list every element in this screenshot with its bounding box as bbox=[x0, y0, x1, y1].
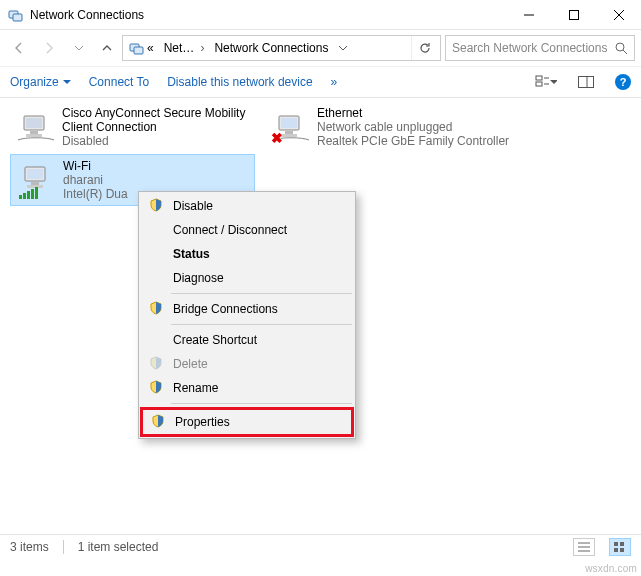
svg-rect-1 bbox=[13, 14, 22, 21]
connection-status: Disabled bbox=[62, 134, 249, 148]
svg-rect-17 bbox=[26, 118, 42, 128]
svg-rect-31 bbox=[614, 542, 618, 546]
organize-label: Organize bbox=[10, 75, 59, 89]
adapter-icon bbox=[16, 106, 56, 146]
connect-to-button[interactable]: Connect To bbox=[89, 75, 150, 89]
connection-ethernet[interactable]: ✖ Ethernet Network cable unplugged Realt… bbox=[265, 102, 535, 152]
menu-bridge[interactable]: Bridge Connections bbox=[141, 297, 353, 321]
svg-rect-7 bbox=[134, 47, 143, 54]
breadcrumb-seg-current[interactable]: Network Connections bbox=[210, 37, 332, 59]
menu-disable[interactable]: Disable bbox=[141, 194, 353, 218]
connection-device: Realtek PCIe GbE Family Controller bbox=[317, 134, 509, 148]
more-commands-button[interactable]: » bbox=[331, 75, 338, 89]
shield-icon bbox=[149, 301, 163, 315]
wifi-signal-icon bbox=[19, 187, 38, 199]
recent-dropdown[interactable] bbox=[66, 35, 92, 61]
disable-device-button[interactable]: Disable this network device bbox=[167, 75, 312, 89]
breadcrumb-current-label: Network Connections bbox=[214, 41, 328, 55]
status-divider bbox=[63, 540, 64, 554]
breadcrumb-dropdown[interactable] bbox=[334, 43, 352, 53]
connection-name: Wi-Fi bbox=[63, 159, 128, 173]
menu-label: Connect / Disconnect bbox=[173, 223, 287, 237]
svg-rect-3 bbox=[569, 10, 578, 19]
menu-separator bbox=[171, 324, 352, 325]
menu-delete: Delete bbox=[141, 352, 353, 376]
shield-icon bbox=[149, 198, 163, 212]
command-bar: Organize Connect To Disable this network… bbox=[0, 66, 641, 98]
app-icon bbox=[8, 7, 24, 23]
maximize-button[interactable] bbox=[551, 0, 596, 30]
svg-rect-14 bbox=[579, 77, 594, 88]
minimize-button[interactable] bbox=[506, 0, 551, 30]
organize-menu[interactable]: Organize bbox=[10, 75, 71, 89]
menu-separator bbox=[171, 403, 352, 404]
breadcrumb-seg-root[interactable]: Net…› bbox=[160, 37, 209, 59]
menu-create-shortcut[interactable]: Create Shortcut bbox=[141, 328, 353, 352]
svg-rect-18 bbox=[30, 131, 38, 134]
title-bar: Network Connections bbox=[0, 0, 641, 30]
address-bar: « Net…› Network Connections Search Netwo… bbox=[0, 30, 641, 66]
svg-rect-32 bbox=[620, 542, 624, 546]
svg-rect-22 bbox=[285, 131, 293, 134]
highlighted-menu-item: Properties bbox=[140, 407, 354, 437]
window-title: Network Connections bbox=[30, 8, 506, 22]
breadcrumb[interactable]: « Net…› Network Connections bbox=[122, 35, 441, 61]
watermark: wsxdn.com bbox=[585, 563, 637, 574]
connection-name: Ethernet bbox=[317, 106, 509, 120]
adapter-icon: ✖ bbox=[271, 106, 311, 146]
menu-label: Properties bbox=[175, 415, 230, 429]
help-button[interactable]: ? bbox=[615, 74, 631, 90]
menu-label: Bridge Connections bbox=[173, 302, 278, 316]
menu-label: Status bbox=[173, 247, 210, 261]
preview-pane-button[interactable] bbox=[575, 71, 597, 93]
svg-rect-26 bbox=[31, 182, 39, 185]
svg-rect-10 bbox=[536, 76, 542, 80]
forward-button[interactable] bbox=[36, 35, 62, 61]
connection-device: Intel(R) Dua bbox=[63, 187, 128, 201]
error-icon: ✖ bbox=[271, 130, 283, 146]
back-button[interactable] bbox=[6, 35, 32, 61]
context-menu: Disable Connect / Disconnect Status Diag… bbox=[138, 191, 356, 439]
menu-status[interactable]: Status bbox=[141, 242, 353, 266]
menu-label: Rename bbox=[173, 381, 218, 395]
breadcrumb-root-label: Net… bbox=[164, 41, 195, 55]
search-input[interactable]: Search Network Connections bbox=[445, 35, 635, 61]
svg-rect-19 bbox=[26, 134, 42, 137]
svg-rect-11 bbox=[536, 82, 542, 86]
menu-label: Diagnose bbox=[173, 271, 224, 285]
menu-connect-disconnect[interactable]: Connect / Disconnect bbox=[141, 218, 353, 242]
svg-rect-33 bbox=[614, 548, 618, 552]
shield-icon bbox=[149, 380, 163, 394]
chevron-down-icon bbox=[63, 78, 71, 86]
svg-rect-23 bbox=[281, 134, 297, 137]
connection-status: dharani bbox=[63, 173, 128, 187]
connection-name: Cisco AnyConnect Secure Mobility Client … bbox=[62, 106, 249, 134]
breadcrumb-chevron-icon: « bbox=[147, 41, 154, 55]
connection-status: Network cable unplugged bbox=[317, 120, 509, 134]
view-options-button[interactable] bbox=[535, 71, 557, 93]
up-button[interactable] bbox=[96, 35, 118, 61]
menu-properties[interactable]: Properties bbox=[143, 410, 351, 434]
details-view-button[interactable] bbox=[573, 538, 595, 556]
svg-rect-34 bbox=[620, 548, 624, 552]
breadcrumb-icon[interactable]: « bbox=[125, 37, 158, 59]
search-icon bbox=[615, 42, 628, 55]
search-placeholder: Search Network Connections bbox=[452, 41, 607, 55]
status-bar: 3 items 1 item selected bbox=[0, 534, 641, 558]
menu-rename[interactable]: Rename bbox=[141, 376, 353, 400]
menu-diagnose[interactable]: Diagnose bbox=[141, 266, 353, 290]
menu-label: Create Shortcut bbox=[173, 333, 257, 347]
svg-rect-25 bbox=[27, 169, 43, 179]
adapter-icon bbox=[17, 159, 57, 199]
menu-label: Disable bbox=[173, 199, 213, 213]
status-selected-count: 1 item selected bbox=[78, 540, 159, 554]
refresh-button[interactable] bbox=[411, 36, 438, 60]
connection-cisco[interactable]: Cisco AnyConnect Secure Mobility Client … bbox=[10, 102, 255, 152]
close-button[interactable] bbox=[596, 0, 641, 30]
menu-separator bbox=[171, 293, 352, 294]
status-item-count: 3 items bbox=[10, 540, 49, 554]
svg-rect-21 bbox=[281, 118, 297, 128]
icons-view-button[interactable] bbox=[609, 538, 631, 556]
svg-point-8 bbox=[616, 43, 624, 51]
svg-line-9 bbox=[623, 50, 627, 54]
